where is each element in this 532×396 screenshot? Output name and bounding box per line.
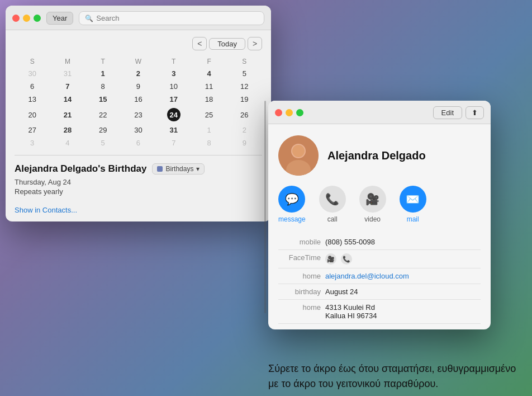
cal-day[interactable]: 1 <box>86 67 121 80</box>
cal-day[interactable]: 25 <box>191 106 226 124</box>
cal-day[interactable]: 6 <box>15 80 50 93</box>
mobile-row: mobile (808) 555-0098 <box>278 234 481 250</box>
message-button[interactable]: 💬 message <box>278 186 306 223</box>
cal-day[interactable]: 8 <box>86 80 121 93</box>
show-contacts-link[interactable]: Show in Contacts... <box>15 206 77 214</box>
cal-day[interactable]: 31 <box>50 67 85 80</box>
prev-button[interactable]: < <box>192 37 207 50</box>
cal-day[interactable]: 24 <box>156 106 191 124</box>
calendar-body: < Today > SMTWTFS 3031123456789101112131… <box>6 30 271 221</box>
nav-row: < Today > <box>15 37 262 50</box>
address-row: home 4313 Kuulei Rd Kailua HI 96734 <box>278 300 481 324</box>
contacts-fullscreen-button[interactable] <box>296 109 303 116</box>
cal-day[interactable]: 4 <box>191 67 226 80</box>
minimize-button[interactable] <box>23 15 30 22</box>
close-button[interactable] <box>12 15 20 22</box>
chevron-down-icon: ▾ <box>196 165 200 173</box>
cal-day[interactable]: 6 <box>121 136 156 149</box>
cal-day[interactable]: 26 <box>227 106 262 124</box>
search-icon: 🔍 <box>85 15 93 22</box>
address-value: 4313 Kuulei Rd Kailua HI 96734 <box>323 300 481 324</box>
cal-day[interactable]: 13 <box>15 93 50 106</box>
cal-day[interactable]: 22 <box>86 106 121 124</box>
cal-day[interactable]: 3 <box>156 67 191 80</box>
cal-day[interactable]: 15 <box>86 93 121 106</box>
call-button[interactable]: 📞 call <box>319 186 346 223</box>
cal-week-row: 6789101112 <box>15 80 262 93</box>
cal-day[interactable]: 5 <box>86 136 121 149</box>
cal-day[interactable]: 9 <box>121 80 156 93</box>
drag-indicator <box>264 101 266 313</box>
cal-day[interactable]: 7 <box>156 136 191 149</box>
cal-day[interactable]: 31 <box>156 124 191 136</box>
action-buttons: 💬 message 📞 call 🎥 video ✉️ mail <box>278 186 481 223</box>
event-title: Alejandra Delgado's Birthday <box>15 163 146 175</box>
mail-button[interactable]: ✉️ mail <box>400 186 426 223</box>
cal-day[interactable]: 21 <box>50 106 85 124</box>
contacts-body: Alejandra Delgado 💬 message 📞 call 🎥 vid… <box>268 124 491 329</box>
event-section: Alejandra Delgado's Birthday Birthdays ▾… <box>15 155 262 215</box>
email-row: home alejandra.del@icloud.com <box>278 268 481 284</box>
search-bar[interactable]: 🔍 <box>79 11 264 25</box>
facetime-label: FaceTime <box>278 250 323 268</box>
cal-day[interactable]: 14 <box>50 93 85 106</box>
call-label: call <box>327 215 338 223</box>
cal-day[interactable]: 2 <box>227 124 262 136</box>
contacts-minimize-button[interactable] <box>286 109 293 116</box>
cal-day[interactable]: 5 <box>227 67 262 80</box>
edit-button[interactable]: Edit <box>433 106 462 119</box>
facetime-phone-icon[interactable]: 📞 <box>341 253 352 265</box>
cal-week-row: 303112345 <box>15 67 262 80</box>
facetime-row: FaceTime 🎥 📞 <box>278 250 481 268</box>
cal-day[interactable]: 16 <box>121 93 156 106</box>
today-button[interactable]: Today <box>209 38 245 50</box>
info-table: mobile (808) 555-0098 FaceTime 🎥 📞 home … <box>278 234 481 324</box>
cal-day[interactable]: 27 <box>15 124 50 136</box>
cal-day[interactable]: 7 <box>50 80 85 93</box>
dow-header: S <box>15 56 50 67</box>
event-title-row: Alejandra Delgado's Birthday Birthdays ▾ <box>15 163 262 175</box>
cal-day[interactable]: 10 <box>156 80 191 93</box>
cal-day[interactable]: 12 <box>227 80 262 93</box>
cal-day[interactable]: 4 <box>50 136 85 149</box>
facetime-video-icon[interactable]: 🎥 <box>325 253 336 265</box>
cal-day[interactable]: 11 <box>191 80 226 93</box>
cal-day[interactable]: 23 <box>121 106 156 124</box>
contacts-window: Edit ⬆ Alejandra Delgado 💬 message <box>268 101 491 329</box>
mail-label: mail <box>407 215 419 223</box>
calendar-titlebar: Year 🔍 <box>6 6 271 30</box>
fullscreen-button[interactable] <box>34 15 41 22</box>
event-date: Thursday, Aug 24 <box>15 178 262 186</box>
cal-day[interactable]: 1 <box>191 124 226 136</box>
cal-day[interactable]: 19 <box>227 93 262 106</box>
year-button[interactable]: Year <box>46 12 73 25</box>
cal-day[interactable]: 20 <box>15 106 50 124</box>
cal-day[interactable]: 28 <box>50 124 85 136</box>
cal-day[interactable]: 18 <box>191 93 226 106</box>
calendar-window: Year 🔍 < Today > SMTWTFS 303112345678910… <box>6 6 271 221</box>
cal-day[interactable]: 3 <box>15 136 50 149</box>
birthday-row: birthday August 24 <box>278 284 481 300</box>
birthday-badge-label: Birthdays <box>165 165 193 173</box>
calendar-grid: SMTWTFS 30311234567891011121314151617181… <box>15 56 262 149</box>
cal-day[interactable]: 29 <box>86 124 121 136</box>
next-button[interactable]: > <box>248 37 262 50</box>
cal-day[interactable]: 2 <box>121 67 156 80</box>
today-indicator: 24 <box>167 108 180 121</box>
cal-day[interactable]: 8 <box>191 136 226 149</box>
cal-day[interactable]: 30 <box>121 124 156 136</box>
dow-header: S <box>227 56 262 67</box>
address-label: home <box>278 300 323 324</box>
cal-week-row: 20212223242526 <box>15 106 262 124</box>
video-icon: 🎥 <box>359 186 386 213</box>
cal-week-row: 272829303112 <box>15 124 262 136</box>
cal-day[interactable]: 30 <box>15 67 50 80</box>
email-label: home <box>278 268 323 284</box>
search-input[interactable] <box>96 14 258 22</box>
video-button[interactable]: 🎥 video <box>359 186 386 223</box>
cal-day[interactable]: 9 <box>227 136 262 149</box>
share-button[interactable]: ⬆ <box>466 106 484 119</box>
contacts-close-button[interactable] <box>275 109 282 116</box>
instruction-body: Σύρετε το άκρο έως ότου σταματήσει, ευθυ… <box>268 363 516 389</box>
cal-day[interactable]: 17 <box>156 93 191 106</box>
